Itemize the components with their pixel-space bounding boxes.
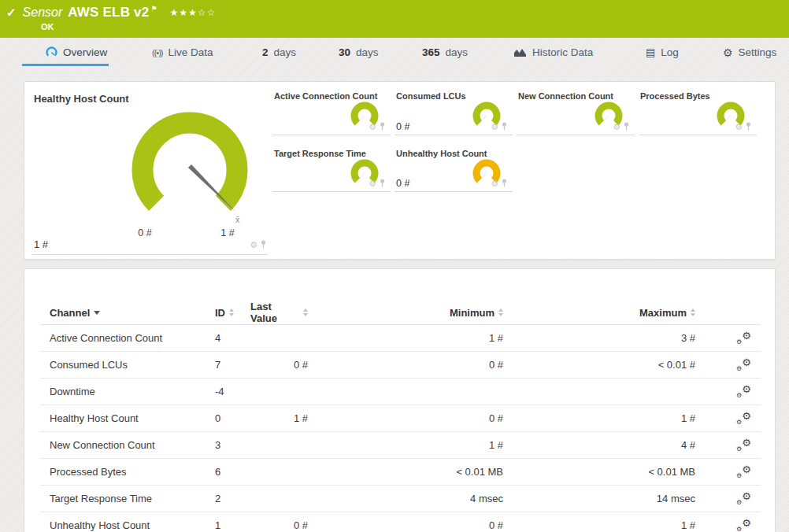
- sensor-header: ✓ Sensor AWS ELB v2 ⚑ ★★★☆☆ OK: [0, 0, 789, 38]
- gauge-mean-marker: x̄: [235, 215, 240, 224]
- priority-stars[interactable]: ★★★☆☆: [169, 7, 216, 18]
- minimum-value: 0 #: [308, 519, 503, 531]
- channel-settings-gears-icon[interactable]: ⚙⚙: [736, 438, 751, 452]
- channel-id: 2: [215, 493, 250, 504]
- gauge-dial: [107, 99, 272, 233]
- column-header-id[interactable]: ID: [215, 307, 250, 319]
- table-row[interactable]: Processed Bytes 6 < 0.01 MB < 0.01 MB ⚙⚙: [40, 459, 761, 486]
- gauge-title: New Connection Count: [518, 91, 613, 101]
- channel-settings-gears-icon[interactable]: ⚙⚙: [736, 385, 751, 398]
- log-list-icon: ▤: [646, 47, 655, 57]
- channel-gear-icon[interactable]: ⚙: [369, 179, 376, 188]
- channel-name[interactable]: Downtime: [50, 386, 215, 397]
- channel-settings-gears-icon[interactable]: ⚙⚙: [736, 331, 751, 345]
- gauge-icon: [46, 46, 57, 58]
- channel-settings-gears-icon[interactable]: ⚙⚙: [736, 358, 751, 371]
- column-header-maximum[interactable]: Maximum: [503, 307, 695, 319]
- gauge-title: Target Response Time: [274, 149, 366, 158]
- table-row[interactable]: Healthy Host Count 0 1 # 0 # 1 # ⚙⚙: [40, 405, 761, 432]
- channel-pin-icon[interactable]: [379, 176, 386, 190]
- channel-name[interactable]: New Connection Count: [50, 439, 215, 451]
- channel-pin-icon[interactable]: [501, 176, 508, 190]
- gauge-title: Consumed LCUs: [396, 91, 466, 101]
- table-row[interactable]: Active Connection Count 4 1 # 3 # ⚙⚙: [40, 325, 761, 352]
- sort-icon[interactable]: [229, 308, 234, 316]
- channel-gear-icon[interactable]: ⚙: [369, 123, 376, 131]
- channel-settings-gears-icon[interactable]: ⚙⚙: [736, 519, 751, 532]
- tab-settings[interactable]: ⚙ Settings: [723, 46, 776, 58]
- tab-365-days[interactable]: 365 days: [422, 46, 468, 58]
- channel-name[interactable]: Target Response Time: [50, 493, 215, 504]
- channel-id: -4: [215, 386, 250, 397]
- gauge-title: Processed Bytes: [640, 91, 710, 101]
- last-value: 0 #: [250, 519, 308, 531]
- table-row[interactable]: New Connection Count 3 1 # 4 # ⚙⚙: [40, 432, 761, 459]
- channel-pin-icon[interactable]: [379, 120, 386, 134]
- gauge-title: Unhealthy Host Count: [396, 149, 487, 158]
- tab-bar: Overview ((•)) Live Data 2 days 30 days …: [0, 38, 789, 72]
- channel-id: 4: [215, 332, 250, 344]
- column-header-channel[interactable]: Channel: [50, 307, 215, 319]
- maximum-value: < 0.01 #: [503, 359, 695, 371]
- table-row[interactable]: Unhealthy Host Count 1 0 # 0 # 1 # ⚙⚙: [40, 512, 761, 532]
- channel-id: 7: [215, 359, 250, 371]
- gauge-scale-max: 1 #: [210, 227, 245, 238]
- channel-pin-icon[interactable]: [501, 120, 508, 134]
- minimum-value: 4 msec: [308, 493, 503, 504]
- minimum-value: 0 #: [308, 412, 503, 424]
- channel-settings-gears-icon[interactable]: ⚙⚙: [736, 412, 751, 425]
- gauges-panel: Healthy Host Count 0 # 1 # x̄ 1 # ⚙ Acti…: [24, 81, 776, 260]
- small-gauge-processed-bytes: Processed Bytes ⚙: [639, 88, 757, 135]
- tab-label: days: [356, 46, 379, 58]
- table-row[interactable]: Downtime -4 ⚙⚙: [40, 379, 761, 405]
- tab-label: Log: [661, 46, 679, 58]
- channel-gear-icon[interactable]: ⚙: [250, 241, 257, 249]
- channel-pin-icon[interactable]: [260, 238, 267, 252]
- minimum-value: < 0.01 MB: [308, 466, 503, 478]
- channels-table: Channel ID Last Value Minimum Maximum: [24, 269, 775, 532]
- channel-pin-icon[interactable]: [623, 120, 630, 134]
- maximum-value: 3 #: [503, 332, 695, 344]
- last-value: 1 #: [250, 412, 308, 424]
- channel-settings-gears-icon[interactable]: ⚙⚙: [736, 465, 751, 478]
- channel-name[interactable]: Active Connection Count: [50, 332, 215, 344]
- tab-label: days: [274, 46, 297, 58]
- tab-live-data[interactable]: ((•)) Live Data: [152, 46, 213, 58]
- channel-gear-icon[interactable]: ⚙: [491, 123, 498, 131]
- tab-overview[interactable]: Overview: [46, 46, 107, 58]
- column-header-minimum[interactable]: Minimum: [308, 307, 503, 319]
- channel-id: 1: [215, 519, 250, 531]
- gear-icon: ⚙: [723, 47, 733, 58]
- channel-gear-icon[interactable]: ⚙: [613, 123, 620, 131]
- channel-name[interactable]: Processed Bytes: [50, 466, 215, 478]
- channel-name[interactable]: Consumed LCUs: [50, 359, 215, 371]
- tab-label: Historic Data: [532, 46, 593, 58]
- last-value: 0 #: [250, 359, 308, 371]
- gauge-title: Active Connection Count: [274, 91, 377, 101]
- tab-historic-data[interactable]: Historic Data: [513, 46, 593, 58]
- small-gauge-target-response-time: Target Response Time ⚙: [272, 146, 391, 192]
- tab-label: Live Data: [169, 46, 213, 58]
- channel-settings-gears-icon[interactable]: ⚙⚙: [736, 492, 751, 505]
- small-gauge-new-connection-count: New Connection Count ⚙: [517, 88, 635, 135]
- small-gauge-consumed-lcus: Consumed LCUs 0 # ⚙: [394, 88, 513, 135]
- channel-name[interactable]: Healthy Host Count: [50, 412, 215, 424]
- tab-label: Overview: [63, 46, 107, 58]
- tab-2-days[interactable]: 2 days: [262, 46, 296, 58]
- tab-30-days[interactable]: 30 days: [339, 46, 379, 58]
- table-row[interactable]: Consumed LCUs 7 0 # 0 # < 0.01 # ⚙⚙: [40, 352, 761, 379]
- tab-label: days: [446, 46, 469, 58]
- channel-gear-icon[interactable]: ⚙: [735, 123, 743, 131]
- table-row[interactable]: Target Response Time 2 4 msec 14 msec ⚙⚙: [40, 486, 761, 512]
- sort-desc-icon[interactable]: [94, 311, 100, 315]
- channel-pin-icon[interactable]: [745, 120, 752, 134]
- sort-icon[interactable]: [691, 308, 695, 316]
- channel-name[interactable]: Unhealthy Host Count: [50, 519, 215, 531]
- flag-icon[interactable]: ⚑: [150, 5, 157, 13]
- channel-gear-icon[interactable]: ⚙: [491, 179, 498, 188]
- maximum-value: 4 #: [503, 439, 695, 451]
- tab-log[interactable]: ▤ Log: [646, 46, 679, 58]
- gauge-scale-min: 0 #: [128, 227, 162, 238]
- channel-id: 3: [215, 439, 250, 451]
- column-header-last-value[interactable]: Last Value: [250, 301, 308, 324]
